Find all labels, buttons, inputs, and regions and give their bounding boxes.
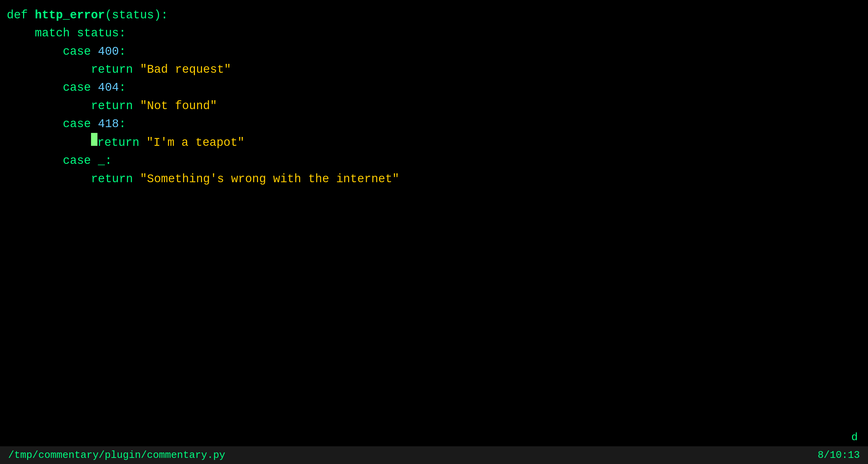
case-wildcard: case _: — [7, 152, 112, 170]
indent-8 — [7, 134, 91, 152]
code-line-9: case _: — [7, 152, 861, 170]
case-keyword-1: case — [7, 42, 98, 61]
code-line-10: return "Something's wrong with the inter… — [7, 170, 861, 188]
case-keyword-2: case — [7, 79, 98, 97]
case-value-400: 400 — [98, 42, 119, 61]
code-line-4: return "Bad request" — [7, 61, 861, 79]
function-name: http_error — [35, 6, 105, 24]
case-colon-1: : — [119, 42, 126, 61]
return-keyword-3: return — [97, 134, 146, 152]
case-colon-2: : — [119, 79, 126, 97]
return-keyword-4: return — [7, 170, 140, 188]
case-value-404: 404 — [98, 79, 119, 97]
code-area[interactable]: def http_error(status): match status: ca… — [0, 0, 868, 446]
params: (status): — [105, 6, 168, 24]
code-line-1: def http_error(status): — [7, 6, 861, 24]
case-keyword-3: case — [7, 115, 98, 133]
string-bad-request: "Bad request" — [140, 61, 231, 79]
string-something-wrong: "Something's wrong with the internet" — [140, 170, 399, 188]
editor-container: def http_error(status): match status: ca… — [0, 0, 868, 464]
case-value-418: 418 — [98, 115, 119, 133]
position-label: 8/10:13 — [818, 449, 860, 461]
code-line-5: case 404: — [7, 79, 861, 97]
code-line-2: match status: — [7, 24, 861, 42]
status-bar: /tmp/commentary/plugin/commentary.py 8/1… — [0, 446, 868, 464]
match-statement: match status: — [7, 24, 126, 42]
code-line-6: return "Not found" — [7, 97, 861, 115]
return-keyword-1: return — [7, 61, 140, 79]
keyword-def: def — [7, 6, 35, 24]
string-teapot: "I'm a teapot" — [146, 134, 245, 152]
code-line-8: return "I'm a teapot" — [7, 133, 861, 152]
filepath-label: /tmp/commentary/plugin/commentary.py — [8, 449, 225, 461]
code-line-3: case 400: — [7, 42, 861, 61]
string-not-found: "Not found" — [140, 97, 217, 115]
return-keyword-2: return — [7, 97, 140, 115]
case-colon-3: : — [119, 115, 126, 133]
text-cursor — [91, 133, 97, 146]
code-line-7: case 418: — [7, 115, 861, 133]
mode-indicator: d — [851, 431, 858, 444]
